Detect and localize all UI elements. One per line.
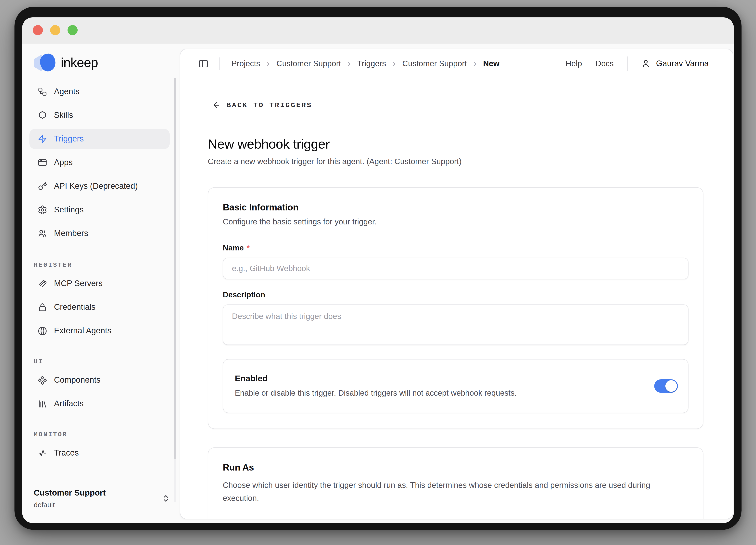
chevron-right-icon: › xyxy=(267,59,270,68)
panel-header: Projects › Customer Support › Triggers ›… xyxy=(180,49,733,78)
docs-link[interactable]: Docs xyxy=(596,59,614,68)
back-to-triggers-link[interactable]: BACK TO TRIGGERS xyxy=(212,101,312,109)
sidebar-item-settings[interactable]: Settings xyxy=(29,200,170,220)
breadcrumb-new: New xyxy=(483,59,499,68)
card-description: Choose which user identity the trigger s… xyxy=(223,479,688,505)
page-title: New webhook trigger xyxy=(208,136,704,152)
sidebar-item-label: Skills xyxy=(54,110,73,120)
sidebar: inkeep Agents Skills xyxy=(22,44,180,523)
logo-blob-shape xyxy=(40,54,55,71)
help-link[interactable]: Help xyxy=(566,59,582,68)
panel-left-icon xyxy=(198,58,209,69)
sidebar-item-components[interactable]: Components xyxy=(29,370,170,390)
card-title: Run As xyxy=(223,462,688,473)
sidebar-item-artifacts[interactable]: Artifacts xyxy=(29,394,170,414)
hexagon-icon xyxy=(38,110,47,120)
app-window: inkeep Agents Skills xyxy=(22,17,734,523)
sidebar-item-traces[interactable]: Traces xyxy=(29,443,170,463)
workflow-icon xyxy=(38,87,47,96)
inkeep-logo-icon xyxy=(34,54,56,72)
header-divider xyxy=(219,57,220,70)
sidebar-item-members[interactable]: Members xyxy=(29,223,170,244)
project-name: Customer Support xyxy=(34,488,106,498)
sidebar-item-external-agents[interactable]: External Agents xyxy=(29,321,170,341)
back-link-label: BACK TO TRIGGERS xyxy=(227,101,312,109)
sidebar-item-apps[interactable]: Apps xyxy=(29,152,170,173)
card-title: Basic Information xyxy=(223,202,688,213)
sidebar-nav: Agents Skills Triggers xyxy=(29,82,170,467)
sidebar-item-mcp-servers[interactable]: MCP Servers xyxy=(29,274,170,294)
lock-icon xyxy=(38,303,47,312)
library-icon xyxy=(38,399,47,409)
page-subtitle: Create a new webhook trigger for this ag… xyxy=(208,157,704,166)
zap-icon xyxy=(38,134,47,144)
activity-icon xyxy=(38,448,47,458)
close-window-button[interactable] xyxy=(33,25,43,35)
sidebar-item-api-keys[interactable]: API Keys (Deprecated) xyxy=(29,176,170,196)
enabled-toggle[interactable] xyxy=(654,379,678,393)
sidebar-item-triggers[interactable]: Triggers xyxy=(29,129,170,149)
device-bezel: inkeep Agents Skills xyxy=(14,7,741,530)
sidebar-item-label: Artifacts xyxy=(54,399,83,409)
required-asterisk: * xyxy=(247,244,250,252)
chevron-right-icon: › xyxy=(393,59,396,68)
window-titlebar xyxy=(22,17,734,43)
key-icon xyxy=(38,181,47,191)
sidebar-item-label: External Agents xyxy=(54,326,111,336)
description-field-label: Description xyxy=(223,291,688,299)
screenshot-stage: inkeep Agents Skills xyxy=(0,0,756,545)
sidebar-scrollbar-thumb[interactable] xyxy=(174,78,176,459)
project-switcher[interactable]: Customer Support default xyxy=(34,488,170,509)
zoom-window-button[interactable] xyxy=(68,25,78,35)
user-menu[interactable]: Gaurav Varma xyxy=(641,59,709,68)
chevron-right-icon: › xyxy=(348,59,350,68)
project-environment: default xyxy=(34,501,106,509)
chevrons-up-down-icon xyxy=(161,494,170,503)
breadcrumb: Projects › Customer Support › Triggers ›… xyxy=(232,59,500,68)
card-description: Configure the basic settings for your tr… xyxy=(223,217,688,226)
arrow-left-icon xyxy=(212,101,221,109)
run-as-card: Run As Choose which user identity the tr… xyxy=(208,447,704,519)
minimize-window-button[interactable] xyxy=(50,25,60,35)
component-icon xyxy=(38,375,47,385)
name-input[interactable] xyxy=(223,258,688,280)
name-field-label: Name * xyxy=(223,244,688,252)
sidebar-section-ui: UI xyxy=(34,358,170,365)
enabled-label: Enabled xyxy=(235,374,625,384)
user-icon xyxy=(641,59,650,68)
gear-icon xyxy=(38,205,47,215)
sidebar-item-label: API Keys (Deprecated) xyxy=(54,181,138,191)
logo-text: inkeep xyxy=(61,55,98,70)
sidebar-item-credentials[interactable]: Credentials xyxy=(29,297,170,318)
breadcrumb-triggers[interactable]: Triggers xyxy=(357,59,386,68)
breadcrumb-agent[interactable]: Customer Support xyxy=(402,59,467,68)
sidebar-item-label: Apps xyxy=(54,158,73,167)
sidebar-item-label: MCP Servers xyxy=(54,279,103,289)
description-label-text: Description xyxy=(223,291,265,299)
chevron-right-icon: › xyxy=(474,59,476,68)
enabled-setting-box: Enabled Enable or disable this trigger. … xyxy=(223,359,688,413)
app-root: inkeep Agents Skills xyxy=(22,44,734,523)
description-textarea[interactable] xyxy=(223,305,688,345)
sidebar-item-label: Traces xyxy=(54,448,79,458)
toggle-knob xyxy=(665,380,677,392)
app-window-icon xyxy=(38,158,47,167)
sidebar-item-label: Components xyxy=(54,375,100,385)
header-divider xyxy=(627,56,627,70)
sidebar-item-skills[interactable]: Skills xyxy=(29,105,170,125)
sidebar-item-label: Settings xyxy=(54,205,83,215)
enabled-description: Enable or disable this trigger. Disabled… xyxy=(235,388,625,398)
sidebar-item-agents[interactable]: Agents xyxy=(29,82,170,102)
breadcrumb-projects[interactable]: Projects xyxy=(232,59,260,68)
breadcrumb-customer-support[interactable]: Customer Support xyxy=(276,59,341,68)
sidebar-section-monitor: MONITOR xyxy=(34,431,170,438)
sidebar-item-label: Credentials xyxy=(54,303,95,312)
name-label-text: Name xyxy=(223,244,244,252)
sidebar-item-label: Agents xyxy=(54,87,80,96)
sidebar-section-register: REGISTER xyxy=(34,261,170,269)
sidebar-item-label: Members xyxy=(54,229,88,238)
page-content: BACK TO TRIGGERS New webhook trigger Cre… xyxy=(180,79,733,519)
sidebar-toggle-button[interactable] xyxy=(195,55,212,72)
header-actions: Help Docs Gaurav Varma xyxy=(566,56,709,70)
mcp-icon xyxy=(38,279,47,289)
